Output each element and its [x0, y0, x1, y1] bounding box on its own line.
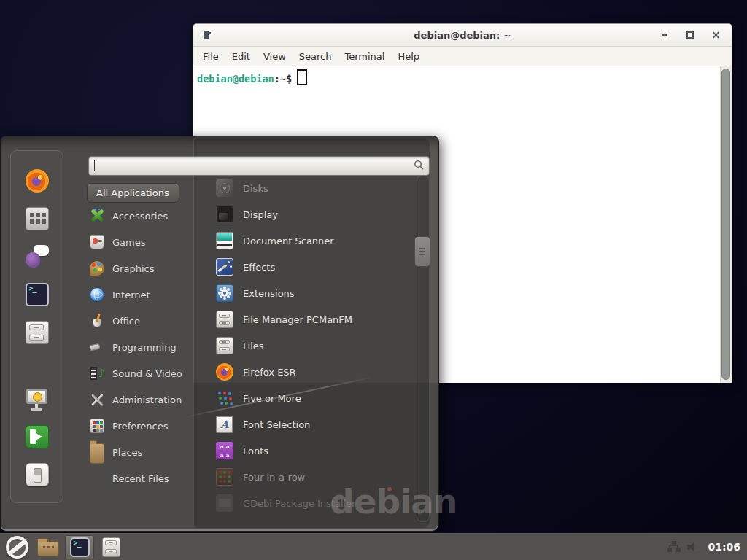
app-item-effects[interactable]: Effects — [194, 254, 413, 280]
category-all-applications[interactable]: All Applications — [87, 183, 179, 203]
category-office[interactable]: Office — [85, 308, 193, 334]
administration-icon — [90, 392, 104, 407]
taskbar-menu-button[interactable] — [2, 535, 31, 559]
maximize-button[interactable] — [682, 28, 698, 42]
logout-icon — [26, 425, 49, 448]
favorite-pidgin[interactable] — [23, 245, 52, 268]
app-label: Extensions — [243, 288, 295, 299]
search-icon — [414, 160, 425, 171]
app-label: Document Scanner — [243, 236, 334, 246]
terminal-menu-file[interactable]: File — [196, 47, 225, 66]
network-icon[interactable] — [667, 541, 681, 553]
graphics-icon — [90, 261, 104, 276]
app-item-document-scanner[interactable]: Document Scanner — [194, 228, 413, 254]
app-item-display[interactable]: Display — [194, 201, 413, 228]
clock[interactable]: 01:06 — [708, 541, 740, 553]
app-item-fonts[interactable]: Fonts — [194, 438, 413, 464]
app-item-four-in-a-row[interactable]: Four-in-a-row — [194, 464, 413, 490]
favorite-screensaver[interactable] — [23, 387, 52, 411]
document-scanner-icon — [216, 232, 233, 249]
cabinet-icon — [216, 311, 233, 328]
extensions-icon — [216, 284, 233, 302]
terminal-scrollbar-track[interactable] — [720, 66, 732, 383]
category-internet[interactable]: Internet — [85, 281, 193, 308]
category-label: Accessories — [112, 211, 168, 222]
tray-icons — [667, 541, 701, 553]
category-label: Games — [112, 237, 145, 248]
category-label: Recent Files — [112, 473, 169, 484]
app-item-firefox-esr[interactable]: Firefox ESR — [194, 359, 413, 385]
app-item-extensions[interactable]: Extensions — [194, 280, 413, 306]
firefox-icon — [26, 169, 49, 192]
application-list: DisksDisplayDocument ScannerEffectsExten… — [194, 175, 413, 516]
app-item-font-selection[interactable]: Font Selection — [194, 411, 413, 438]
close-button[interactable] — [708, 28, 724, 42]
app-label: Disks — [243, 183, 268, 194]
application-list-panel: DisksDisplayDocument ScannerEffectsExten… — [194, 139, 430, 528]
favorite-firefox[interactable] — [23, 169, 52, 192]
tb-folder-icon — [37, 541, 59, 556]
category-label: Graphics — [112, 263, 154, 274]
app-label: File Manager PCManFM — [243, 314, 352, 325]
taskbar: 01:06 — [0, 533, 747, 560]
terminal-menu-search[interactable]: Search — [293, 47, 338, 66]
disks-icon — [216, 179, 233, 197]
application-menu: DisksDisplayDocument ScannerEffectsExten… — [0, 136, 439, 532]
category-administration[interactable]: Administration — [85, 386, 193, 413]
gdebi-icon — [216, 494, 233, 512]
software-icon — [26, 207, 49, 230]
category-label: Sound & Video — [112, 368, 182, 379]
category-programming[interactable]: Programming — [85, 334, 193, 360]
favorite-software[interactable] — [23, 207, 52, 230]
app-label: Display — [243, 209, 278, 220]
cabinet-icon — [26, 321, 49, 344]
cabinet-icon — [102, 537, 120, 557]
terminal-menu-help[interactable]: Help — [391, 47, 426, 66]
favorite-shutdown[interactable] — [23, 463, 52, 486]
terminal-scrollbar-thumb[interactable] — [721, 69, 730, 380]
fonts-icon — [216, 442, 233, 459]
category-places[interactable]: Places — [85, 439, 193, 465]
menu-scrollbar-track[interactable] — [417, 175, 430, 522]
desktop[interactable]: debian@debian: ~ FileEditViewSearchTermi… — [0, 0, 747, 560]
app-item-file-manager-pcmanfm[interactable]: File Manager PCManFM — [194, 306, 413, 332]
category-label: Places — [112, 447, 142, 458]
favorite-logout[interactable] — [23, 425, 52, 448]
places-icon — [90, 443, 104, 464]
terminal-titlebar[interactable]: debian@debian: ~ — [193, 24, 732, 47]
app-item-gdebi-package-installer[interactable]: GDebi Package Installer — [194, 490, 413, 516]
search-input[interactable] — [93, 158, 403, 174]
games-icon — [90, 235, 104, 249]
category-label: Programming — [112, 342, 177, 353]
category-preferences[interactable]: Preferences — [85, 413, 193, 439]
menu-scrollbar-thumb[interactable] — [414, 236, 430, 267]
terminal-menubar: FileEditViewSearchTerminalHelp — [193, 47, 732, 66]
app-label: Firefox ESR — [243, 367, 296, 378]
category-label: Administration — [112, 394, 182, 405]
minimize-button[interactable] — [656, 28, 672, 42]
volume-icon[interactable] — [687, 541, 701, 553]
app-item-files[interactable]: Files — [194, 332, 413, 359]
category-graphics[interactable]: Graphics — [85, 255, 193, 281]
four-in-a-row-icon — [216, 468, 233, 486]
favorite-file-manager[interactable] — [23, 321, 52, 344]
category-label: Internet — [112, 289, 150, 300]
effects-icon — [216, 258, 233, 276]
terminal-menu-edit[interactable]: Edit — [225, 47, 257, 66]
cabinet-icon — [216, 337, 233, 354]
favorite-terminal[interactable] — [23, 283, 52, 306]
terminal-menu-view[interactable]: View — [257, 47, 293, 66]
taskbar-files-button[interactable] — [96, 535, 125, 559]
app-item-disks[interactable]: Disks — [194, 175, 413, 201]
taskbar-launchers — [2, 535, 128, 559]
window-menu-icon[interactable] — [204, 31, 209, 39]
window-title: debian@debian: ~ — [193, 30, 732, 41]
taskbar-terminal-button[interactable] — [65, 535, 94, 559]
category-sound-video[interactable]: Sound & Video — [85, 360, 193, 386]
terminal-menu-terminal[interactable]: Terminal — [338, 47, 391, 66]
category-recent-files[interactable]: Recent Files — [85, 465, 193, 491]
category-accessories[interactable]: Accessories — [85, 203, 193, 229]
taskbar-file-manager-folder-button[interactable] — [34, 535, 63, 559]
category-games[interactable]: Games — [85, 229, 193, 255]
app-label: Files — [243, 341, 264, 351]
